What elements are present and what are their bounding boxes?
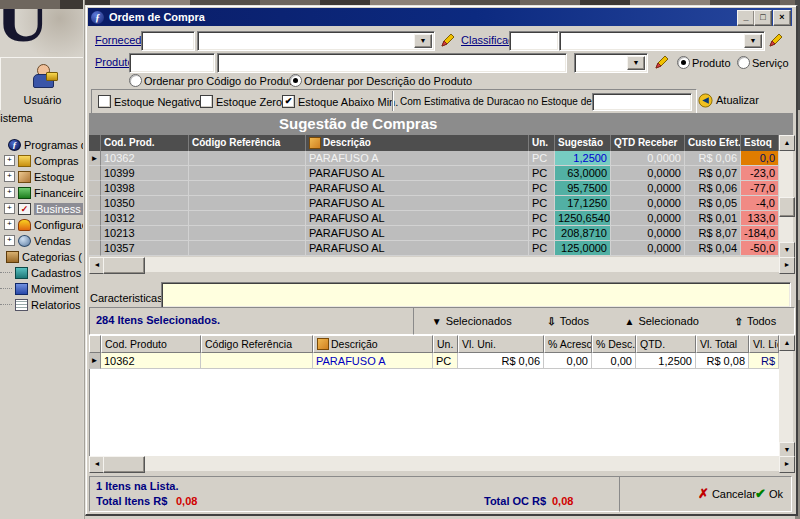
expand-icon[interactable]: + (4, 187, 15, 198)
sidebar-header: Sistema (0, 110, 83, 127)
selection-count-panel: 284 Itens Selecionados. (89, 307, 415, 335)
sidebar-item-categorias[interactable]: Categorias ( (0, 249, 83, 264)
expand-icon[interactable]: + (4, 171, 15, 182)
scroll-right-icon[interactable]: ► (779, 456, 795, 473)
compras-icon (18, 155, 31, 167)
suggestion-row[interactable]: 10350 PARAFUSO AL PC 17,1250 0,0000 R$ 0… (89, 196, 779, 211)
classificacao-combo[interactable]: ▼ (559, 31, 765, 51)
cancelar-label: Cancelar (712, 488, 756, 500)
suggestion-row[interactable]: 10213 PARAFUSO AL PC 208,8710 0,0000 R$ … (89, 226, 779, 241)
itens-na-lista: 1 Itens na Lista. (96, 480, 179, 492)
scroll-right-icon[interactable]: ► (779, 257, 795, 274)
fornecedor-code-input[interactable] (141, 31, 195, 51)
button-label: Todos (560, 315, 589, 327)
cell-estoque: 0,0 (741, 151, 779, 166)
expand-icon[interactable]: + (4, 235, 15, 246)
total-itens-value: 0,08 (176, 495, 197, 507)
cell-ref (189, 196, 306, 211)
produto-code-input[interactable] (129, 53, 215, 73)
radio-order-by-desc[interactable] (289, 74, 302, 87)
scroll-up-icon[interactable]: ▲ (779, 335, 795, 351)
move-all-up-button[interactable]: ⇧Todos (734, 315, 776, 327)
expand-icon[interactable]: + (4, 155, 15, 166)
titlebar[interactable]: ƒ Ordem de Compra (88, 8, 792, 26)
cell-custo: R$ 0,06 (685, 181, 741, 196)
sidebar-item-configuracoes[interactable]: + Configuraç (0, 217, 83, 232)
sidebar-item-movimentos[interactable]: Moviment (0, 281, 83, 296)
sidebar-item-programas[interactable]: ƒ Programas do (0, 137, 83, 152)
sidebar-item-business[interactable]: + ✓ Business (0, 201, 83, 216)
scroll-down-icon[interactable]: ▼ (779, 242, 795, 258)
suggestion-row[interactable]: 10312 PARAFUSO AL PC 1250,6540 0,0000 R$… (89, 211, 779, 226)
classificacao-edit-icon[interactable] (767, 32, 784, 48)
estimativa-input[interactable] (592, 93, 692, 111)
sidebar-item-estoque[interactable]: + Estoque (0, 169, 83, 184)
suggestion-row[interactable]: 10399 PARAFUSO AL PC 63,0000 0,0000 R$ 0… (89, 166, 779, 181)
produto-desc-input[interactable] (217, 53, 567, 73)
caracteristicas-input[interactable] (161, 282, 791, 308)
cell-ref (189, 211, 306, 226)
radio-servico[interactable] (737, 56, 750, 69)
checkbox-estoque-zero[interactable] (200, 95, 213, 108)
suggestion-row[interactable]: 10357 PARAFUSO AL PC 125,0000 0,0000 R$ … (89, 241, 779, 256)
window-title: Ordem de Compra (109, 11, 205, 23)
expand-icon[interactable]: + (4, 203, 15, 214)
radio-order-by-code[interactable] (129, 74, 142, 87)
cell-receber: 0,0000 (611, 211, 685, 226)
suggestion-row[interactable]: 10398 PARAFUSO AL PC 95,7500 0,0000 R$ 0… (89, 181, 779, 196)
produto-combo[interactable]: ▼ (574, 53, 648, 73)
sidebar-item-vendas[interactable]: + Vendas (0, 233, 83, 248)
usuario-panel[interactable]: Usuário (0, 57, 85, 112)
fornecedor-edit-icon[interactable] (439, 32, 456, 48)
suggestion-row[interactable]: ► 10362 PARAFUSO A PC 1,2500 0,0000 R$ 0… (89, 151, 779, 166)
header-cod-prod: Cod. Prod. (101, 135, 189, 151)
items-grid-hscrollbar[interactable]: ◄ ► (89, 456, 793, 471)
maximize-button[interactable]: □ (754, 10, 772, 26)
produto-edit-icon[interactable] (653, 54, 670, 70)
classificacao-code-input[interactable] (509, 31, 559, 51)
sidebar-item-label: Relatorios (31, 299, 81, 311)
move-all-down-button[interactable]: ⇩Todos (547, 315, 589, 327)
scroll-thumb[interactable] (103, 456, 145, 473)
suggestion-grid-hscrollbar[interactable]: ◄ ► (89, 257, 793, 272)
sidebar-item-financeiro[interactable]: + Financeiro (0, 185, 83, 200)
cell-estoque: -50,0 (741, 241, 779, 256)
sidebar-item-compras[interactable]: + Compras (0, 153, 83, 168)
items-grid-vscrollbar[interactable]: ▲ ▼ (779, 335, 793, 456)
move-selected-up-button[interactable]: ▲Selecionado (625, 315, 699, 327)
suggestion-grid-vscrollbar[interactable]: ▲ ▼ (779, 135, 793, 256)
chevron-down-icon[interactable]: ▼ (744, 34, 762, 48)
checkbox-estoque-abaixo-min[interactable]: ✔ (282, 95, 295, 108)
produto-link[interactable]: Produto (95, 56, 134, 68)
fornecedor-combo[interactable]: ▼ (197, 31, 435, 51)
cell-desc-pct: 0,00 (592, 353, 636, 369)
checkbox-estoque-negativo[interactable] (98, 95, 111, 108)
cancelar-button[interactable]: ✗ Cancelar (698, 486, 756, 501)
radio-produto[interactable] (677, 56, 690, 69)
cell-receber: 0,0000 (611, 166, 685, 181)
header-codigo-referencia: Código Referência (189, 135, 306, 151)
sidebar-item-relatorios[interactable]: Relatorios (0, 297, 83, 312)
button-label: Selecionado (638, 315, 699, 327)
cell-acresc: 0,00 (544, 353, 592, 369)
filter-divider (392, 91, 393, 111)
expand-icon[interactable]: + (4, 219, 15, 230)
cell-receber: 0,0000 (611, 241, 685, 256)
move-selected-down-button[interactable]: ▼Selecionados (432, 315, 512, 327)
atualizar-button[interactable]: Atualizar (698, 90, 780, 110)
scroll-up-icon[interactable]: ▲ (779, 135, 795, 151)
scroll-thumb[interactable] (779, 197, 795, 217)
item-row[interactable]: ► 10362 PARAFUSO A PC R$ 0,06 0,00 0,00 … (89, 353, 779, 369)
scroll-thumb[interactable] (103, 257, 145, 274)
cell-estoque: -23,0 (741, 166, 779, 181)
close-button[interactable]: × (773, 10, 791, 26)
chevron-down-icon[interactable]: ▼ (414, 34, 432, 48)
financeiro-icon (18, 187, 31, 199)
sidebar-item-cadastros[interactable]: Cadastros (0, 265, 83, 280)
cell-code: 10350 (101, 196, 189, 211)
minimize-button[interactable]: _ (737, 10, 755, 26)
ok-button[interactable]: ✔ Ok (755, 486, 783, 501)
cell-ref (201, 353, 313, 369)
triangle-up-icon: ▲ (625, 316, 635, 327)
chevron-down-icon[interactable]: ▼ (627, 56, 645, 70)
